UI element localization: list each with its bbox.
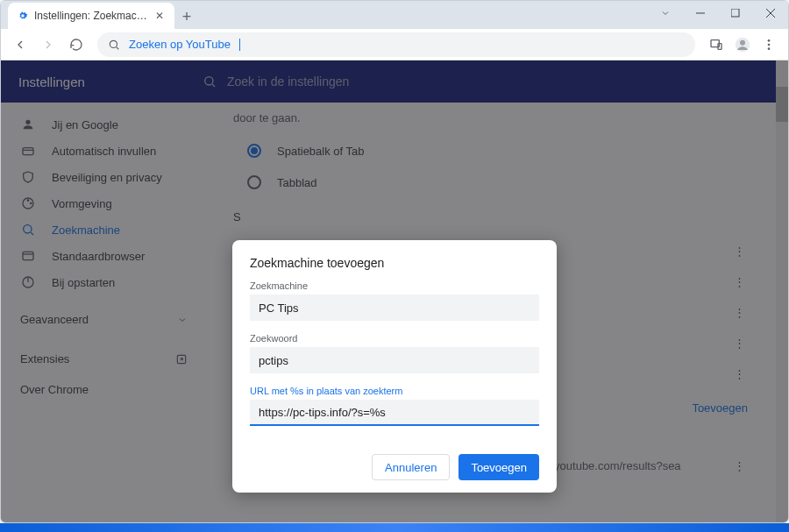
tab-title: Instellingen: Zoekmachines beh...: [34, 10, 148, 22]
back-button[interactable]: [8, 32, 32, 57]
submit-button[interactable]: Toevoegen: [458, 454, 539, 480]
svg-point-10: [768, 39, 771, 42]
profile-icon[interactable]: [730, 32, 755, 57]
minimize-button[interactable]: [683, 1, 718, 25]
omnibox[interactable]: Zoeken op YouTube: [97, 32, 695, 57]
window-controls: [648, 1, 788, 25]
svg-rect-1: [731, 9, 739, 17]
dialog-title: Zoekmachine toevoegen: [250, 256, 539, 270]
devices-icon[interactable]: [704, 32, 729, 57]
svg-line-5: [117, 46, 119, 49]
close-icon[interactable]: ✕: [153, 10, 166, 22]
engine-name-input[interactable]: [250, 294, 539, 321]
content-area: Instellingen Zoek in de instellingen Jij…: [1, 60, 788, 522]
menu-icon[interactable]: [757, 32, 781, 57]
forward-button[interactable]: [36, 32, 60, 57]
settings-icon: [17, 10, 29, 22]
text-cursor: [239, 39, 240, 51]
engine-url-input[interactable]: [250, 400, 539, 426]
browser-toolbar: Zoeken op YouTube: [1, 29, 788, 60]
close-window-button[interactable]: [753, 1, 788, 25]
field-label-keyword: Zoekwoord: [250, 333, 539, 344]
reload-button[interactable]: [64, 32, 89, 57]
svg-point-9: [740, 39, 745, 45]
svg-point-11: [768, 43, 771, 46]
windows-taskbar: [0, 523, 789, 532]
search-icon: [108, 39, 120, 51]
maximize-button[interactable]: [718, 1, 753, 25]
browser-window: Instellingen: Zoekmachines beh... ✕ + Zo…: [0, 0, 789, 523]
browser-tab[interactable]: Instellingen: Zoekmachines beh... ✕: [8, 3, 174, 29]
omnibox-text: Zoeken op YouTube: [129, 38, 231, 51]
svg-point-12: [768, 47, 771, 50]
chevron-down-icon[interactable]: [648, 1, 683, 25]
field-label-engine: Zoekmachine: [250, 280, 539, 291]
dialog-actions: Annuleren Toevoegen: [250, 454, 539, 480]
add-search-engine-dialog: Zoekmachine toevoegen Zoekmachine Zoekwo…: [232, 240, 557, 493]
field-label-url: URL met %s in plaats van zoekterm: [250, 386, 539, 396]
new-tab-button[interactable]: +: [174, 4, 199, 29]
titlebar: Instellingen: Zoekmachines beh... ✕ +: [1, 1, 788, 29]
engine-keyword-input[interactable]: [250, 347, 539, 373]
cancel-button[interactable]: Annuleren: [372, 454, 450, 480]
svg-point-4: [110, 40, 117, 47]
